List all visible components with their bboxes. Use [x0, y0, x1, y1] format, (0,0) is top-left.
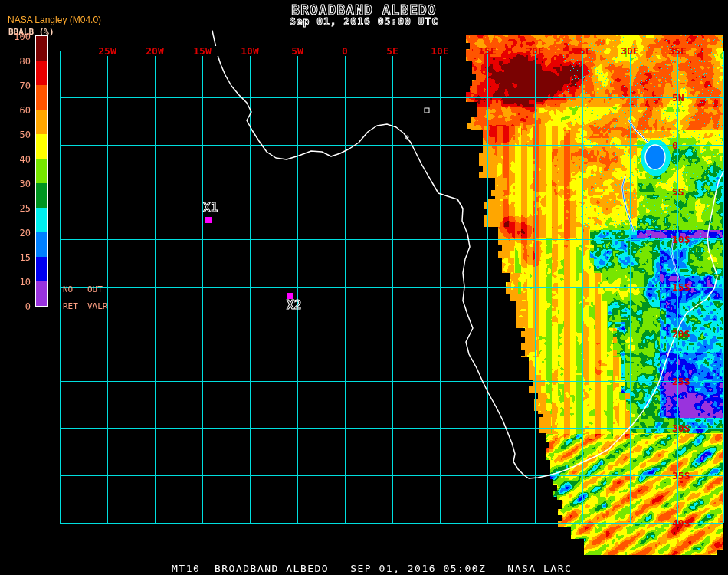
colorbar-segment	[36, 232, 47, 257]
colorbar-scale-value: 100	[3, 31, 31, 42]
status-bar: MT10 BROADBAND ALBEDO SEP 01, 2016 05:00…	[172, 563, 572, 574]
colorbar-segment	[36, 134, 47, 159]
page-subtitle: Sep 01, 2016 05:00 UTC	[0, 15, 728, 27]
colorbar-scale-value: 25	[3, 203, 31, 214]
longitude-label: 15E	[472, 46, 503, 56]
colorbar-scale-value: 20	[3, 228, 31, 238]
agency-label: NASA Langley (M04.0)	[8, 15, 101, 25]
colorbar-scale-value: 30	[3, 179, 31, 189]
longitude-label: 5E	[377, 46, 408, 56]
colorbar	[35, 35, 48, 307]
latitude-label: 40S	[672, 518, 690, 528]
albedo-viewer: BROADBAND ALBEDO Sep 01, 2016 05:00 UTC …	[0, 0, 728, 575]
colorbar-segment	[36, 61, 47, 85]
colorbar-segment	[36, 36, 47, 61]
latitude-label: 30S	[672, 423, 690, 433]
colorbar-segment	[36, 281, 47, 306]
colorbar-segment	[36, 85, 47, 110]
longitude-label: 20W	[139, 46, 170, 56]
latitude-label: 0	[672, 140, 678, 150]
marker-label-x1: X1	[203, 201, 218, 214]
longitude-label: 25E	[567, 46, 598, 56]
colorbar-scale-value: 80	[3, 56, 31, 67]
latitude-label: 15S	[672, 282, 690, 292]
colorbar-scale-value: 15	[3, 252, 31, 263]
longitude-label: 15W	[187, 46, 218, 56]
colorbar-scale-value: 40	[3, 154, 31, 165]
flag-legend-out-valr: OUT VALR	[87, 281, 108, 315]
marker-label-x2: X2	[287, 298, 301, 311]
colorbar-scale-value: 70	[3, 80, 31, 91]
latitude-label: 25S	[672, 376, 690, 386]
colorbar-segment	[36, 208, 47, 232]
bioko-island	[425, 108, 429, 113]
longitude-label: 10E	[425, 46, 455, 56]
longitude-label: 10W	[234, 46, 265, 56]
longitude-label: 5W	[282, 46, 313, 56]
lake-victoria	[645, 145, 665, 169]
longitude-label: 35E	[662, 46, 693, 56]
flag-legend-no-ret: NO RET	[63, 281, 78, 315]
latitude-label: 10S	[672, 235, 690, 245]
map-grid-and-coastline	[0, 0, 728, 575]
colorbar-scale-value: 60	[3, 105, 31, 116]
colorbar-segment	[36, 159, 47, 183]
colorbar-scale-value: 0	[3, 301, 31, 312]
lake-tanganyika-water	[622, 176, 634, 232]
latitude-label: 20S	[672, 329, 690, 339]
colorbar-segment	[36, 257, 47, 281]
colorbar-segment	[36, 183, 47, 208]
lake-tanganyika-outline	[622, 176, 634, 232]
colorbar-scale-value: 50	[3, 130, 31, 140]
longitude-label: 25W	[92, 46, 123, 56]
longitude-label: 30E	[615, 46, 645, 56]
marker-square-x1	[205, 217, 212, 223]
colorbar-scale-value: 10	[3, 277, 31, 288]
longitude-label: 20E	[520, 46, 550, 56]
longitude-label: 0	[330, 46, 360, 56]
latitude-label: 35S	[672, 471, 690, 481]
latitude-label: 5S	[672, 187, 684, 197]
latitude-label: 5N	[672, 93, 684, 103]
colorbar-segment	[36, 110, 47, 134]
